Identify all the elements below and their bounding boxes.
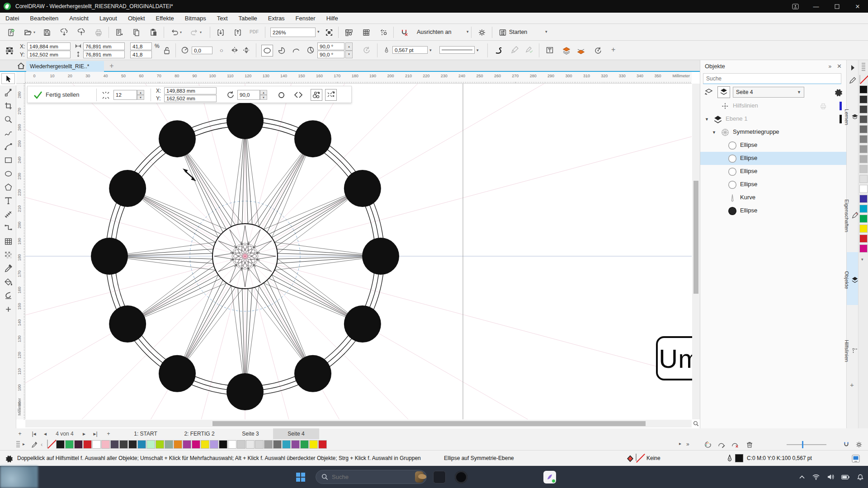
- docker-tab-hilfslinien[interactable]: Hilfslinien: [847, 313, 859, 386]
- objects-search-input[interactable]: [703, 73, 841, 84]
- smart-fill-tool[interactable]: [0, 289, 16, 302]
- object-tree-row-ellipse[interactable]: Ellipse: [700, 204, 846, 217]
- add-docker-button[interactable]: +: [850, 381, 854, 389]
- freehand-tool[interactable]: [0, 126, 16, 140]
- taskbar-search[interactable]: [316, 470, 427, 484]
- dimension-tool[interactable]: [0, 207, 16, 221]
- sym-angle-field[interactable]: 90,0: [237, 90, 260, 100]
- color-swatch[interactable]: [201, 440, 209, 449]
- docker-tab-lernen[interactable]: Lernen: [847, 92, 859, 140]
- table-tool[interactable]: [0, 235, 16, 248]
- search-highlight-image[interactable]: [415, 471, 424, 483]
- color-swatch[interactable]: [255, 440, 264, 449]
- arc-mode-button[interactable]: [290, 45, 302, 56]
- outline-pen-icon[interactable]: [726, 454, 733, 463]
- tray-network-icon[interactable]: [812, 474, 820, 481]
- ruler-origin[interactable]: [16, 72, 25, 84]
- show-guidelines-icon[interactable]: [378, 27, 389, 38]
- color-swatch[interactable]: [859, 175, 868, 183]
- home-icon[interactable]: [16, 61, 25, 70]
- mirror-horizontal-icon[interactable]: [230, 45, 240, 55]
- color-swatch-none[interactable]: [859, 75, 860, 84]
- delete-icon[interactable]: [745, 440, 754, 449]
- session-icon[interactable]: [785, 0, 806, 13]
- swatch-size-slider[interactable]: [787, 444, 826, 445]
- color-swatch[interactable]: [859, 165, 868, 173]
- color-swatch[interactable]: [300, 440, 309, 449]
- close-path-icon[interactable]: [524, 45, 534, 56]
- save-icon[interactable]: [42, 27, 52, 38]
- maximize-button[interactable]: [826, 0, 847, 13]
- add-page-button-left[interactable]: +: [15, 428, 24, 439]
- taskbar-app-icon-lightshot[interactable]: [543, 471, 556, 483]
- palette-flyout-arrow[interactable]: ▸: [23, 441, 25, 446]
- color-swatch[interactable]: [156, 440, 164, 449]
- color-swatch[interactable]: [282, 440, 291, 449]
- snap-off-icon[interactable]: [399, 27, 410, 38]
- page-selector[interactable]: Seite 4▼: [733, 87, 804, 98]
- circle-symmetry-icon[interactable]: [277, 91, 285, 99]
- y-position-field[interactable]: 162,502 mm: [27, 51, 71, 58]
- arc-end-angle-field[interactable]: 90,0 °: [317, 51, 344, 58]
- tree-expand-caret[interactable]: ▼: [705, 117, 709, 122]
- color-swatch[interactable]: [859, 85, 868, 94]
- color-swatch[interactable]: [859, 235, 868, 243]
- round-corners-icon[interactable]: ○: [220, 47, 223, 54]
- zoom-combo-arrow[interactable]: ▾: [317, 29, 320, 34]
- document-tab[interactable]: Wiederhergestellt_RIE..*: [26, 61, 104, 72]
- palette-expand[interactable]: »: [686, 441, 689, 447]
- add-palette-icon[interactable]: [703, 440, 712, 449]
- drawing-canvas[interactable]: [25, 84, 692, 419]
- import-doc-icon[interactable]: [114, 27, 125, 38]
- menu-bearbeiten[interactable]: Bearbeiten: [24, 13, 64, 24]
- zoom-corner-icon[interactable]: [692, 420, 700, 427]
- page-tab-3[interactable]: Seite 3: [228, 428, 273, 439]
- print-icon[interactable]: [93, 27, 104, 38]
- scale-h-field[interactable]: 41,8: [130, 42, 152, 50]
- artistic-media-icon[interactable]: [493, 45, 505, 56]
- finish-symmetry-button[interactable]: Fertig stellen: [46, 91, 79, 98]
- color-swatch[interactable]: [291, 440, 300, 449]
- add-tools-button[interactable]: [0, 302, 16, 316]
- object-tree-row-ellipse[interactable]: Ellipse: [700, 152, 846, 165]
- page-tab-1[interactable]: 1: START: [120, 428, 171, 439]
- docker-close-icon[interactable]: ✕: [837, 63, 842, 70]
- edit-path-icon[interactable]: [509, 45, 520, 56]
- show-grid-icon[interactable]: [361, 27, 372, 38]
- options-gear-icon[interactable]: [476, 27, 487, 38]
- to-front-icon[interactable]: [561, 45, 572, 56]
- add-page-button-right[interactable]: +: [104, 428, 113, 439]
- menu-fenster[interactable]: Fenster: [290, 13, 321, 24]
- scale-v-field[interactable]: 41,8: [130, 51, 152, 58]
- mirror-vertical-icon[interactable]: [241, 45, 251, 55]
- color-swatch[interactable]: [110, 440, 119, 449]
- weather-widget[interactable]: [0, 466, 38, 488]
- color-swatch[interactable]: [859, 135, 868, 143]
- page-tab-4[interactable]: Seite 4: [273, 428, 319, 439]
- align-to-dropdown-arrow[interactable]: ▾: [467, 29, 469, 34]
- pick-tool[interactable]: [0, 72, 16, 85]
- color-swatch[interactable]: [859, 215, 868, 223]
- object-tree-row-hilfslinien[interactable]: Hilfslinien: [700, 99, 846, 113]
- connector-tool[interactable]: [0, 221, 16, 235]
- open-dropdown-arrow[interactable]: ▾: [33, 30, 35, 34]
- color-swatch[interactable]: [859, 244, 868, 253]
- convert-to-curves-icon[interactable]: [592, 45, 604, 56]
- color-swatch[interactable]: [228, 440, 236, 449]
- horizontal-scrollbar[interactable]: [25, 420, 692, 427]
- object-width-field[interactable]: 76,891 mm: [83, 42, 125, 50]
- fold-symmetry-icon[interactable]: [293, 91, 303, 99]
- menu-layout[interactable]: Layout: [94, 13, 123, 24]
- close-palette-icon[interactable]: [731, 440, 740, 449]
- new-document-icon[interactable]: [5, 27, 16, 38]
- object-tree-row-ellipse[interactable]: Ellipse: [700, 178, 846, 191]
- launcher-icon[interactable]: [497, 27, 508, 38]
- color-swatch[interactable]: [859, 95, 868, 103]
- color-swatch[interactable]: [83, 440, 92, 449]
- mirror-count-spinner[interactable]: ▲▼: [137, 90, 144, 100]
- menu-bitmaps[interactable]: Bitmaps: [179, 13, 212, 24]
- color-swatch[interactable]: [859, 125, 868, 133]
- pie-mode-button[interactable]: [276, 45, 288, 56]
- vertical-scrollbar[interactable]: [692, 84, 700, 419]
- show-original-icon[interactable]: [311, 89, 322, 101]
